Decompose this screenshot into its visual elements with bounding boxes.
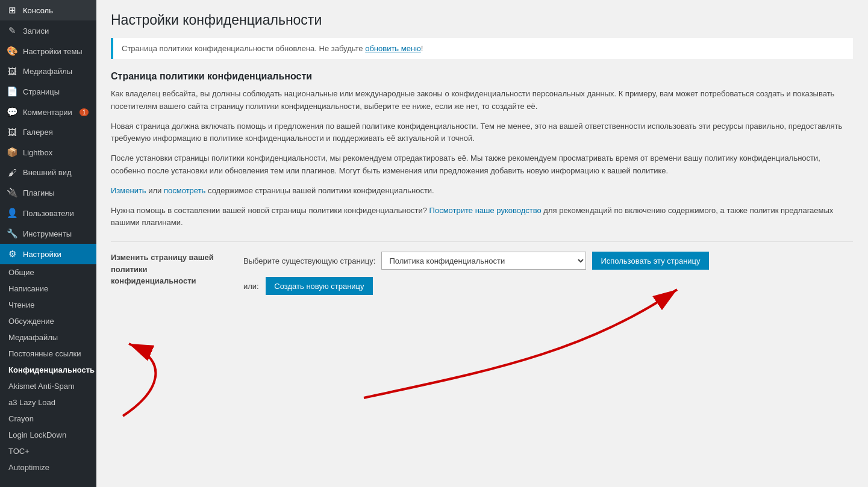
create-page-button[interactable]: Создать новую страницу bbox=[266, 277, 372, 295]
settings-icon: ⚙ bbox=[6, 249, 18, 259]
change-view-text: Изменить или посмотреть содержимое стран… bbox=[111, 185, 853, 197]
change-link[interactable]: Изменить bbox=[111, 186, 146, 195]
sidebar-sub-privacy[interactable]: Конфиденциальность bbox=[0, 362, 96, 378]
select-label: Выберите существующую страницу: bbox=[243, 256, 375, 265]
pages-icon: 📄 bbox=[6, 86, 18, 97]
sidebar-item-lightbox[interactable]: 📦 Lightbox bbox=[0, 142, 96, 163]
inline-text: содержимое страницы вашей политики конфи… bbox=[208, 186, 434, 195]
sidebar-item-settings[interactable]: ⚙ Настройки bbox=[0, 244, 96, 264]
sidebar-item-comments[interactable]: 💬 Комментарии 1 bbox=[0, 102, 96, 122]
theme-icon: 🎨 bbox=[6, 46, 18, 57]
sidebar-item-appearance[interactable]: 🖌 Внешний вид bbox=[0, 163, 96, 182]
comments-icon: 💬 bbox=[6, 107, 18, 117]
sidebar-sub-reading[interactable]: Чтение bbox=[0, 297, 96, 313]
sidebar-item-users[interactable]: 👤 Пользователи bbox=[0, 203, 96, 223]
sidebar-item-tools[interactable]: 🔧 Инструменты bbox=[0, 223, 96, 244]
sidebar-plugin-akismet[interactable]: Akismet Anti-Spam bbox=[0, 378, 96, 394]
sidebar-item-plugins[interactable]: 🔌 Плагины bbox=[0, 182, 96, 203]
plugins-icon: 🔌 bbox=[6, 187, 18, 198]
sidebar-plugin-autoptimize[interactable]: Autoptimize bbox=[0, 459, 96, 476]
sidebar-item-records[interactable]: ✎ Записи bbox=[0, 20, 96, 41]
sidebar-item-console[interactable]: ⊞ Консоль bbox=[0, 0, 96, 20]
page-title: Настройки конфиденциальности bbox=[111, 12, 853, 28]
sidebar-plugin-toc[interactable]: TOC+ bbox=[0, 443, 96, 459]
appearance-icon: 🖌 bbox=[6, 167, 18, 178]
update-menu-link[interactable]: обновить меню bbox=[365, 44, 421, 53]
sidebar-plugin-login-lockdown[interactable]: Login LockDown bbox=[0, 427, 96, 443]
sidebar-item-media[interactable]: 🖼 Медиафайлы bbox=[0, 61, 96, 81]
users-icon: 👤 bbox=[6, 208, 18, 219]
sidebar-sub-writing[interactable]: Написание bbox=[0, 281, 96, 297]
action-controls: Выберите существующую страницу: Политика… bbox=[243, 252, 709, 295]
notice-text: Страница политики конфиденциальности обн… bbox=[122, 44, 365, 53]
tools-icon: 🔧 bbox=[6, 228, 18, 239]
use-page-button[interactable]: Использовать эту страницу bbox=[592, 252, 708, 270]
action-row: Изменить страницу вашей политики конфиде… bbox=[111, 241, 853, 305]
para3: После установки страницы политики конфид… bbox=[111, 152, 853, 178]
para2: Новая страница должна включать помощь и … bbox=[111, 120, 853, 146]
notice-after: ! bbox=[421, 44, 423, 53]
sidebar-plugin-crayon[interactable]: Crayon bbox=[0, 411, 96, 427]
sidebar-sub-general[interactable]: Общие bbox=[0, 264, 96, 281]
select-row: Выберите существующую страницу: Политика… bbox=[243, 252, 709, 270]
sidebar-item-pages[interactable]: 📄 Страницы bbox=[0, 81, 96, 102]
edit-icon: ✎ bbox=[6, 25, 18, 36]
page-select[interactable]: Политика конфиденциальности bbox=[381, 252, 586, 270]
para1: Как владелец вебсайта, вы должны соблюда… bbox=[111, 88, 853, 113]
comments-badge: 1 bbox=[80, 108, 89, 116]
sidebar-sub-discussion[interactable]: Обсуждение bbox=[0, 313, 96, 329]
guide-link[interactable]: Посмотрите наше руководство bbox=[429, 206, 542, 215]
media-icon: 🖼 bbox=[6, 66, 18, 76]
main-content: Настройки конфиденциальности Страница по… bbox=[96, 0, 868, 487]
section-title: Страница политики конфиденциальности bbox=[111, 71, 853, 82]
console-icon: ⊞ bbox=[6, 5, 18, 16]
help-text: Нужна помощь в составлении вашей новой с… bbox=[111, 205, 853, 230]
or-row: или: Создать новую страницу bbox=[243, 277, 709, 295]
view-link[interactable]: посмотреть bbox=[164, 186, 205, 195]
sidebar: ⊞ Консоль ✎ Записи 🎨 Настройки темы 🖼 Ме… bbox=[0, 0, 96, 487]
gallery-icon: 🖼 bbox=[6, 127, 18, 137]
or-label: или: bbox=[243, 282, 259, 291]
notice-box: Страница политики конфиденциальности обн… bbox=[111, 38, 853, 59]
lightbox-icon: 📦 bbox=[6, 147, 18, 158]
sidebar-sub-permalinks[interactable]: Постоянные ссылки bbox=[0, 346, 96, 362]
sidebar-item-theme-settings[interactable]: 🎨 Настройки темы bbox=[0, 41, 96, 61]
action-label: Изменить страницу вашей политики конфиде… bbox=[111, 252, 231, 287]
sidebar-item-gallery[interactable]: 🖼 Галерея bbox=[0, 122, 96, 142]
sidebar-plugin-a3lazy[interactable]: a3 Lazy Load bbox=[0, 394, 96, 411]
sidebar-sub-mediafiles[interactable]: Медиафайлы bbox=[0, 329, 96, 346]
